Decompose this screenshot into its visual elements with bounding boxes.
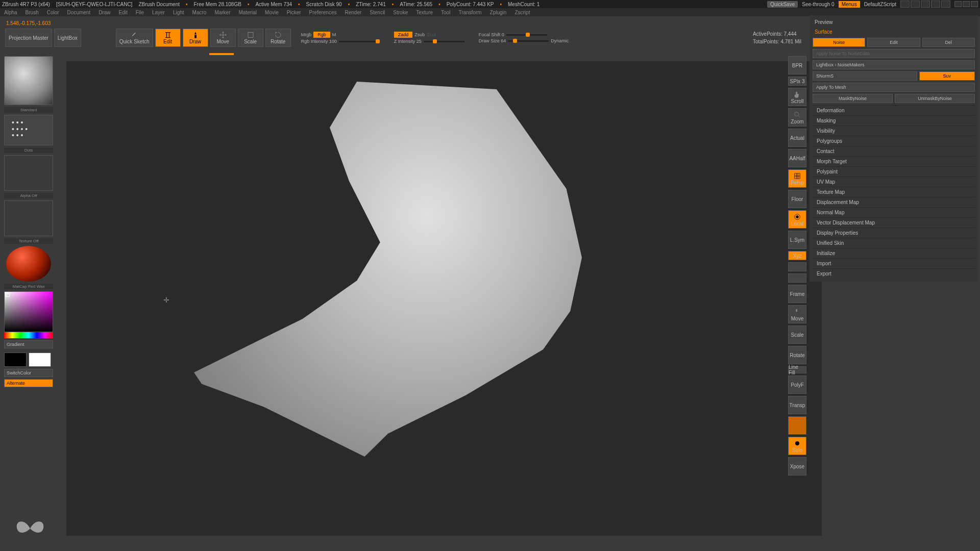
menu-item[interactable]: Draw	[99, 10, 110, 15]
switch-color-button[interactable]: SwitchColor	[4, 369, 53, 377]
menu-item[interactable]: Light	[173, 10, 184, 15]
mask-by-noise-button[interactable]: MaskByNoise	[813, 94, 893, 103]
dock-spacer[interactable]	[788, 273, 806, 283]
rotate-button[interactable]: Rotate	[265, 29, 291, 47]
menu-item[interactable]: Layer	[152, 10, 165, 15]
projection-master-button[interactable]: Projection Master	[5, 29, 52, 47]
section-header[interactable]: Morph Target	[813, 156, 975, 166]
move-button[interactable]: Move	[210, 29, 236, 47]
primary-color-swatch[interactable]	[29, 353, 51, 367]
menu-item[interactable]: Tool	[441, 10, 450, 15]
menu-item[interactable]: Preferences	[309, 10, 337, 15]
quicksave-button[interactable]: QuickSave	[767, 1, 798, 8]
brush-thumbnail[interactable]	[4, 56, 53, 105]
menus-toggle[interactable]: Menus	[839, 1, 860, 8]
menu-item[interactable]: Document	[67, 10, 91, 15]
transp-button[interactable]: Transp	[788, 396, 806, 414]
ghost-button[interactable]	[788, 416, 806, 435]
apply-to-mesh-button[interactable]: Apply To Mesh	[813, 83, 975, 92]
section-header[interactable]: Normal Map	[813, 207, 975, 217]
color-picker[interactable]	[4, 291, 53, 338]
menu-item[interactable]: Marker	[214, 10, 230, 15]
section-header[interactable]: Unified Skin	[813, 238, 975, 248]
rgb-intensity-slider[interactable]: Rgb Intensity 100	[301, 39, 337, 44]
quick-sketch-button[interactable]: Quick Sketch	[116, 29, 153, 47]
z-intensity-slider[interactable]: Z Intensity 25	[394, 39, 422, 44]
menu-item[interactable]: Transform	[458, 10, 481, 15]
floor-button[interactable]: Floor	[788, 190, 806, 208]
section-header[interactable]: Texture Map	[813, 187, 975, 197]
lightbox-noisemakers-button[interactable]: Lightbox › NoiseMakers	[813, 60, 975, 69]
persp-button[interactable]: Persp	[788, 169, 806, 188]
aahalf-button[interactable]: AAHalf	[788, 149, 806, 167]
section-header[interactable]: Vector Displacement Map	[813, 217, 975, 228]
edit-button[interactable]: Edit	[155, 29, 181, 47]
section-header[interactable]: Export	[813, 268, 975, 279]
menu-item[interactable]: Zplugin	[490, 10, 507, 15]
menu-item[interactable]: Render	[345, 10, 362, 15]
alpha-thumbnail[interactable]	[4, 155, 53, 191]
menu-item[interactable]: File	[136, 10, 144, 15]
zsub-toggle[interactable]: Zsub	[414, 32, 425, 37]
lightbox-button[interactable]: LightBox	[54, 29, 81, 47]
zcut-toggle[interactable]: Zcut	[427, 32, 436, 37]
rgb-toggle[interactable]: Rgb	[313, 32, 330, 38]
edit-noise-button[interactable]: Edit	[867, 38, 920, 47]
m-toggle[interactable]: M	[332, 32, 336, 37]
layout-icons[interactable]	[900, 1, 950, 8]
scroll-button[interactable]: Scroll	[788, 88, 806, 106]
seethrough-slider[interactable]: See-through 0	[802, 2, 834, 7]
menu-item[interactable]: Movie	[265, 10, 279, 15]
preview-header[interactable]: Preview	[813, 18, 975, 26]
section-header[interactable]: Visibility	[813, 126, 975, 136]
frame-button[interactable]: Frame	[788, 285, 806, 303]
xyz-button[interactable]: Xyz	[788, 251, 806, 260]
local-button[interactable]: Local	[788, 210, 806, 229]
mrgb-toggle[interactable]: Mrgb	[301, 32, 312, 37]
rotate-nav-button[interactable]: Rotate	[788, 346, 806, 364]
snorm-slider[interactable]: SNormS	[813, 71, 917, 81]
section-header[interactable]: Masking	[813, 115, 975, 126]
noise-button[interactable]: Noise	[813, 38, 865, 47]
lsym-button[interactable]: L.Sym	[788, 231, 806, 249]
xpose-button[interactable]: Xpose	[788, 457, 806, 475]
scale-button[interactable]: Scale	[238, 29, 263, 47]
stroke-thumbnail[interactable]	[4, 115, 53, 145]
section-header[interactable]: Polypaint	[813, 166, 975, 177]
focal-shift-slider[interactable]: Focal Shift 0	[479, 32, 504, 37]
polyf-button[interactable]: PolyF	[788, 375, 806, 394]
zoom-button[interactable]: Zoom	[788, 108, 806, 127]
menu-item[interactable]: Texture	[416, 10, 433, 15]
menu-item[interactable]: Material	[239, 10, 257, 15]
menu-item[interactable]: Stroke	[393, 10, 408, 15]
section-header[interactable]: Contact	[813, 146, 975, 156]
menu-item[interactable]: Color	[47, 10, 59, 15]
bpr-button[interactable]: BPR	[788, 56, 806, 74]
unmask-by-noise-button[interactable]: UnmaskByNoise	[895, 94, 975, 103]
del-noise-button[interactable]: Del	[922, 38, 975, 47]
dock-spacer[interactable]	[788, 262, 806, 271]
draw-size-slider[interactable]: Draw Size 64	[479, 38, 506, 43]
move-nav-button[interactable]: Move	[788, 305, 806, 323]
window-controls[interactable]	[954, 1, 978, 7]
section-header[interactable]: Display Properties	[813, 228, 975, 238]
menu-item[interactable]: Edit	[119, 10, 128, 15]
menu-item[interactable]: Brush	[26, 10, 39, 15]
section-header[interactable]: Deformation	[813, 105, 975, 115]
solo-button[interactable]: Solo	[788, 437, 806, 455]
section-header[interactable]: Displacement Map	[813, 197, 975, 207]
zadd-toggle[interactable]: Zadd	[394, 32, 413, 38]
section-header[interactable]: Import	[813, 258, 975, 268]
gradient-button[interactable]: Gradient	[4, 340, 53, 348]
secondary-color-swatch[interactable]	[4, 353, 27, 367]
alternate-button[interactable]: Alternate	[4, 379, 53, 387]
menu-item[interactable]: Zscript	[514, 10, 530, 15]
menu-item[interactable]: Macro	[192, 10, 207, 15]
scale-nav-button[interactable]: Scale	[788, 325, 806, 344]
suv-button[interactable]: Suv	[919, 71, 975, 81]
menu-item[interactable]: Stencil	[370, 10, 385, 15]
section-header[interactable]: Polygroups	[813, 136, 975, 146]
viewport[interactable]	[66, 61, 822, 536]
actual-button[interactable]: Actual	[788, 129, 806, 147]
material-thumbnail[interactable]	[6, 246, 51, 282]
